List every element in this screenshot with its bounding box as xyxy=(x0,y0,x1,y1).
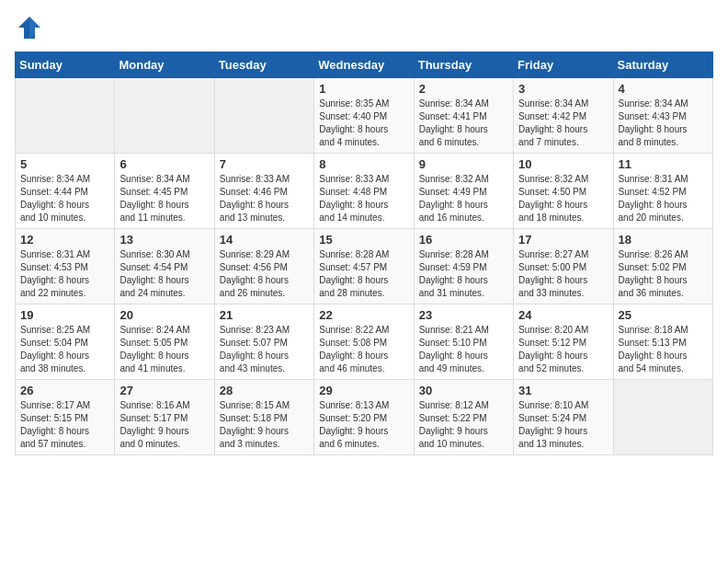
day-info: Sunrise: 8:34 AM Sunset: 4:41 PM Dayligh… xyxy=(419,98,508,149)
day-number: 21 xyxy=(220,308,309,322)
calendar-cell: 10Sunrise: 8:32 AM Sunset: 4:50 PM Dayli… xyxy=(514,154,613,229)
day-number: 17 xyxy=(518,233,608,247)
calendar-cell xyxy=(16,78,115,154)
calendar-cell: 4Sunrise: 8:34 AM Sunset: 4:43 PM Daylig… xyxy=(613,78,712,154)
day-number: 28 xyxy=(220,384,309,397)
day-info: Sunrise: 8:26 AM Sunset: 5:02 PM Dayligh… xyxy=(619,248,708,300)
day-info: Sunrise: 8:31 AM Sunset: 4:53 PM Dayligh… xyxy=(20,248,109,300)
calendar-cell: 1Sunrise: 8:35 AM Sunset: 4:40 PM Daylig… xyxy=(314,78,414,154)
day-number: 19 xyxy=(20,308,109,322)
day-info: Sunrise: 8:29 AM Sunset: 4:56 PM Dayligh… xyxy=(220,248,309,300)
calendar-cell: 8Sunrise: 8:33 AM Sunset: 4:48 PM Daylig… xyxy=(314,154,414,229)
calendar-cell: 17Sunrise: 8:27 AM Sunset: 5:00 PM Dayli… xyxy=(514,229,613,304)
day-info: Sunrise: 8:34 AM Sunset: 4:44 PM Dayligh… xyxy=(20,173,109,224)
day-header-thursday: Thursday xyxy=(414,52,513,78)
day-info: Sunrise: 8:28 AM Sunset: 4:59 PM Dayligh… xyxy=(419,248,508,300)
day-number: 14 xyxy=(220,233,309,247)
day-header-wednesday: Wednesday xyxy=(314,52,414,78)
day-info: Sunrise: 8:17 AM Sunset: 5:15 PM Dayligh… xyxy=(20,399,109,451)
calendar-table: SundayMondayTuesdayWednesdayThursdayFrid… xyxy=(15,52,713,455)
calendar-cell: 24Sunrise: 8:20 AM Sunset: 5:12 PM Dayli… xyxy=(514,304,613,380)
calendar-cell: 22Sunrise: 8:22 AM Sunset: 5:08 PM Dayli… xyxy=(314,304,414,380)
day-number: 1 xyxy=(319,82,408,96)
day-number: 29 xyxy=(319,384,408,397)
page-header xyxy=(15,15,713,40)
day-header-tuesday: Tuesday xyxy=(214,52,313,78)
calendar-cell: 2Sunrise: 8:34 AM Sunset: 4:41 PM Daylig… xyxy=(414,78,513,154)
day-info: Sunrise: 8:28 AM Sunset: 4:57 PM Dayligh… xyxy=(319,248,408,300)
calendar-cell: 29Sunrise: 8:13 AM Sunset: 5:20 PM Dayli… xyxy=(314,380,414,455)
day-number: 3 xyxy=(518,82,608,96)
day-number: 15 xyxy=(319,233,408,247)
calendar-cell: 14Sunrise: 8:29 AM Sunset: 4:56 PM Dayli… xyxy=(214,229,313,304)
day-info: Sunrise: 8:22 AM Sunset: 5:08 PM Dayligh… xyxy=(319,324,408,375)
day-number: 30 xyxy=(419,384,508,397)
day-number: 11 xyxy=(619,157,708,171)
calendar-cell xyxy=(214,78,313,154)
calendar-cell: 21Sunrise: 8:23 AM Sunset: 5:07 PM Dayli… xyxy=(214,304,313,380)
day-info: Sunrise: 8:34 AM Sunset: 4:43 PM Dayligh… xyxy=(619,98,708,149)
calendar-cell: 23Sunrise: 8:21 AM Sunset: 5:10 PM Dayli… xyxy=(414,304,513,380)
day-info: Sunrise: 8:34 AM Sunset: 4:45 PM Dayligh… xyxy=(119,173,209,224)
day-info: Sunrise: 8:23 AM Sunset: 5:07 PM Dayligh… xyxy=(220,324,309,375)
day-header-friday: Friday xyxy=(514,52,613,78)
day-info: Sunrise: 8:12 AM Sunset: 5:22 PM Dayligh… xyxy=(419,399,508,451)
calendar-cell xyxy=(115,78,214,154)
calendar-cell: 7Sunrise: 8:33 AM Sunset: 4:46 PM Daylig… xyxy=(214,154,313,229)
day-info: Sunrise: 8:33 AM Sunset: 4:48 PM Dayligh… xyxy=(319,173,408,224)
calendar-cell: 9Sunrise: 8:32 AM Sunset: 4:49 PM Daylig… xyxy=(414,154,513,229)
calendar-cell: 27Sunrise: 8:16 AM Sunset: 5:17 PM Dayli… xyxy=(115,380,214,455)
calendar-week-row: 26Sunrise: 8:17 AM Sunset: 5:15 PM Dayli… xyxy=(16,380,713,455)
day-info: Sunrise: 8:25 AM Sunset: 5:04 PM Dayligh… xyxy=(20,324,109,375)
day-number: 25 xyxy=(619,308,708,322)
day-info: Sunrise: 8:15 AM Sunset: 5:18 PM Dayligh… xyxy=(220,399,309,451)
calendar-cell: 25Sunrise: 8:18 AM Sunset: 5:13 PM Dayli… xyxy=(613,304,712,380)
calendar-week-row: 5Sunrise: 8:34 AM Sunset: 4:44 PM Daylig… xyxy=(16,154,713,229)
calendar-header-row: SundayMondayTuesdayWednesdayThursdayFrid… xyxy=(16,52,713,78)
day-header-sunday: Sunday xyxy=(16,52,115,78)
calendar-cell: 20Sunrise: 8:24 AM Sunset: 5:05 PM Dayli… xyxy=(115,304,214,380)
day-info: Sunrise: 8:24 AM Sunset: 5:05 PM Dayligh… xyxy=(119,324,209,375)
logo xyxy=(15,15,42,40)
day-info: Sunrise: 8:16 AM Sunset: 5:17 PM Dayligh… xyxy=(119,399,209,451)
calendar-week-row: 12Sunrise: 8:31 AM Sunset: 4:53 PM Dayli… xyxy=(16,229,713,304)
day-info: Sunrise: 8:21 AM Sunset: 5:10 PM Dayligh… xyxy=(419,324,508,375)
day-number: 23 xyxy=(419,308,508,322)
day-number: 7 xyxy=(220,157,309,171)
day-number: 5 xyxy=(20,157,109,171)
day-number: 10 xyxy=(518,157,608,171)
calendar-cell: 15Sunrise: 8:28 AM Sunset: 4:57 PM Dayli… xyxy=(314,229,414,304)
day-info: Sunrise: 8:18 AM Sunset: 5:13 PM Dayligh… xyxy=(619,324,708,375)
day-info: Sunrise: 8:27 AM Sunset: 5:00 PM Dayligh… xyxy=(518,248,608,300)
day-number: 4 xyxy=(619,82,708,96)
day-number: 26 xyxy=(20,384,109,397)
logo-general xyxy=(15,15,42,40)
day-number: 31 xyxy=(518,384,608,397)
day-info: Sunrise: 8:13 AM Sunset: 5:20 PM Dayligh… xyxy=(319,399,408,451)
calendar-cell: 19Sunrise: 8:25 AM Sunset: 5:04 PM Dayli… xyxy=(16,304,115,380)
day-number: 2 xyxy=(419,82,508,96)
day-info: Sunrise: 8:34 AM Sunset: 4:42 PM Dayligh… xyxy=(518,98,608,149)
calendar-cell: 18Sunrise: 8:26 AM Sunset: 5:02 PM Dayli… xyxy=(613,229,712,304)
day-info: Sunrise: 8:33 AM Sunset: 4:46 PM Dayligh… xyxy=(220,173,309,224)
day-number: 20 xyxy=(119,308,209,322)
calendar-cell xyxy=(613,380,712,455)
day-number: 6 xyxy=(119,157,209,171)
calendar-cell: 3Sunrise: 8:34 AM Sunset: 4:42 PM Daylig… xyxy=(514,78,613,154)
calendar-cell: 12Sunrise: 8:31 AM Sunset: 4:53 PM Dayli… xyxy=(16,229,115,304)
day-header-saturday: Saturday xyxy=(613,52,712,78)
calendar-week-row: 1Sunrise: 8:35 AM Sunset: 4:40 PM Daylig… xyxy=(16,78,713,154)
calendar-cell: 11Sunrise: 8:31 AM Sunset: 4:52 PM Dayli… xyxy=(613,154,712,229)
day-info: Sunrise: 8:30 AM Sunset: 4:54 PM Dayligh… xyxy=(119,248,209,300)
day-info: Sunrise: 8:35 AM Sunset: 4:40 PM Dayligh… xyxy=(319,98,408,149)
calendar-cell: 26Sunrise: 8:17 AM Sunset: 5:15 PM Dayli… xyxy=(16,380,115,455)
day-header-monday: Monday xyxy=(115,52,214,78)
day-info: Sunrise: 8:32 AM Sunset: 4:50 PM Dayligh… xyxy=(518,173,608,224)
calendar-week-row: 19Sunrise: 8:25 AM Sunset: 5:04 PM Dayli… xyxy=(16,304,713,380)
calendar-cell: 30Sunrise: 8:12 AM Sunset: 5:22 PM Dayli… xyxy=(414,380,513,455)
day-number: 12 xyxy=(20,233,109,247)
day-number: 18 xyxy=(619,233,708,247)
day-number: 13 xyxy=(119,233,209,247)
calendar-cell: 31Sunrise: 8:10 AM Sunset: 5:24 PM Dayli… xyxy=(514,380,613,455)
calendar-cell: 28Sunrise: 8:15 AM Sunset: 5:18 PM Dayli… xyxy=(214,380,313,455)
